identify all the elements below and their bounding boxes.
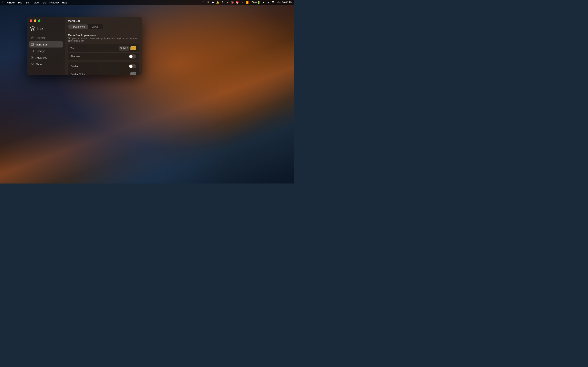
cloud-icon[interactable]: ☁ [226,1,229,4]
shadow-row: Shadow [68,53,139,60]
sidebar-item-hotkeys[interactable]: Hotkeys [29,48,63,54]
battery-indicator: 100% 🔋 [251,1,260,4]
svg-rect-1 [31,43,34,44]
menu-window[interactable]: Window [49,1,59,4]
timer-icon[interactable]: ⏱ [201,1,205,4]
svg-point-4 [32,57,33,58]
svg-point-0 [32,38,33,38]
notification-center-icon[interactable]: ☰ [272,1,275,4]
menu-help[interactable]: Help [62,1,68,4]
circle-icon[interactable]: ⏺ [211,1,215,4]
skype-icon[interactable]: 𝕊 [207,1,210,4]
border-color-label: Border Color [70,73,130,75]
border-row: Border [68,62,139,70]
border-color-control [130,72,136,75]
shadow-label: Shadow [70,55,129,58]
sidebar-item-menubar[interactable]: Menu Bar [29,42,63,48]
svg-rect-2 [31,44,34,45]
main-body: Menu Bar Appearance Tip: you can also ed… [65,31,142,75]
tab-bar: Appearance Layout [68,24,103,29]
minimize-button[interactable] [34,19,36,22]
tint-color-swatch[interactable] [130,46,136,50]
mic-icon[interactable]: 🎙 [221,1,224,4]
sidebar-item-advanced-label: Advanced [35,56,47,59]
system-menubar:  Finder File Edit View Go Window Help ⏱… [0,0,294,5]
sidebar-item-general-label: General [35,36,45,40]
battery-percent: 100% [251,1,257,4]
border-label: Border [70,65,129,68]
border-color-row: Border Color [68,70,139,75]
sidebar: Ice General [27,17,65,75]
hotkeys-icon [31,49,34,53]
menubar-right: ⏱ 𝕊 ⏺ 🔔 🎙 ☁ 🔇 ⏰ ⌥ 📶 100% 🔋 • ⊞ ☰ Mon 10:… [201,1,292,4]
sidebar-item-menubar-label: Menu Bar [35,43,47,46]
wifi-icon[interactable]: 📶 [246,1,249,4]
apple-menu[interactable]:  [2,1,3,4]
menu-edit[interactable]: Edit [26,1,30,4]
svg-rect-3 [31,50,34,52]
section-tip: Tip: you can also edit these settings by… [68,37,139,42]
shadow-control [129,54,136,58]
clock-display: Mon 10:04 AM [277,1,292,4]
clock-icon[interactable]: ⏰ [236,1,239,4]
sidebar-item-hotkeys-label: Hotkeys [35,50,45,53]
app-name-label: Finder [7,1,15,4]
app-window: Ice General [27,17,142,75]
app-logo: Ice [27,24,65,35]
control-center-icon[interactable]: ⊞ [267,1,270,4]
close-button[interactable] [30,19,32,22]
menubar-items: File Edit View Go Window Help [18,1,68,4]
tint-style-value: Solid [120,47,126,50]
menu-go[interactable]: Go [43,1,46,4]
window-controls [27,19,65,24]
sidebar-navigation: General Menu Bar [27,35,65,67]
border-control [129,64,136,68]
gear-icon [31,36,34,40]
bullet-icon[interactable]: • [262,1,265,4]
main-content: Menu Bar Appearance Layout Menu Bar Appe… [65,17,142,75]
menu-file[interactable]: File [18,1,22,4]
menu-view[interactable]: View [34,1,39,4]
shadow-toggle[interactable] [129,54,136,58]
cube-logo-icon [30,26,35,32]
main-header: Menu Bar Appearance Layout [65,17,142,31]
tint-shadow-group: Tint Solid ▲ ▼ Shadow [68,44,139,60]
tint-style-select[interactable]: Solid ▲ ▼ [119,46,129,50]
main-title: Menu Bar [68,19,139,22]
menubar-left:  Finder File Edit View Go Window Help [2,1,68,4]
tint-row: Tint Solid ▲ ▼ [68,44,139,53]
app-logo-text: Ice [37,26,43,31]
tab-layout[interactable]: Layout [89,25,103,29]
bluetooth-icon[interactable]: ⌥ [241,1,244,4]
about-icon [31,62,34,66]
battery-icon: 🔋 [257,1,260,4]
sidebar-item-advanced[interactable]: Advanced [29,54,63,60]
notification-icon[interactable]: 🔔 [216,1,219,4]
section-title: Menu Bar Appearance [68,34,139,37]
menubar-icon [31,43,34,46]
sidebar-item-about[interactable]: About [29,61,63,67]
sidebar-item-general[interactable]: General [29,35,63,41]
mute-icon[interactable]: 🔇 [231,1,234,4]
border-color-swatch[interactable] [130,72,136,75]
tint-label: Tint [70,47,119,50]
sidebar-item-about-label: About [35,63,43,66]
tint-arrows: ▲ ▼ [126,47,128,50]
tint-control: Solid ▲ ▼ [119,46,136,50]
advanced-icon [31,56,34,59]
maximize-button[interactable] [38,19,40,22]
tab-appearance[interactable]: Appearance [68,25,88,29]
border-toggle[interactable] [129,64,136,68]
border-group: Border Border Color Border Width [68,62,139,75]
